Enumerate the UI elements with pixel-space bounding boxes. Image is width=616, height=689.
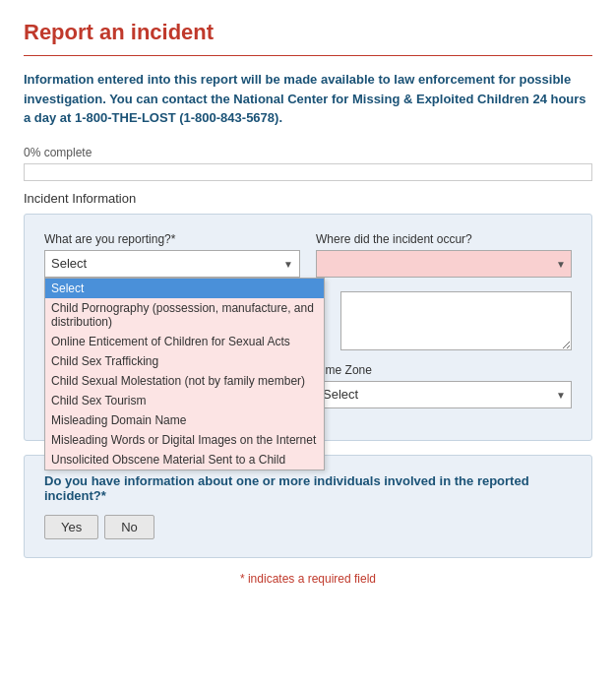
yes-no-group: Yes No — [44, 515, 572, 539]
incident-card: What are you reporting?* Select ▼ Select… — [24, 214, 592, 441]
dropdown-item-misleading-domain[interactable]: Misleading Domain Name — [45, 410, 324, 430]
reporting-label: What are you reporting?* — [44, 232, 300, 246]
location-textarea[interactable] — [340, 291, 572, 350]
dropdown-item-online-enticement[interactable]: Online Enticement of Children for Sexual… — [45, 332, 324, 351]
no-button[interactable]: No — [104, 515, 154, 539]
dropdown-item-unsolicited[interactable]: Unsolicited Obscene Material Sent to a C… — [45, 450, 324, 470]
dropdown-item-child-porn[interactable]: Child Pornography (possession, manufactu… — [45, 298, 324, 332]
individuals-question: Do you have information about one or mor… — [44, 473, 572, 503]
dropdown-item-child-tourism[interactable]: Child Sex Tourism — [45, 391, 324, 410]
dropdown-item-child-molestation[interactable]: Child Sexual Molestation (not by family … — [45, 371, 324, 391]
dropdown-item-child-trafficking[interactable]: Child Sex Trafficking — [45, 351, 324, 371]
where-select[interactable] — [316, 250, 572, 278]
title-divider — [24, 55, 592, 56]
timezone-select-wrapper: Select Eastern Central Mountain Pacific … — [316, 381, 572, 408]
location-desc-group — [340, 291, 572, 353]
reporting-trigger[interactable]: Select ▼ — [44, 250, 300, 278]
timezone-group: Time Zone Select Eastern Central Mountai… — [316, 363, 572, 408]
where-group: Where did the incident occur? ▼ — [316, 232, 572, 278]
dropdown-item-select[interactable]: Select — [45, 279, 324, 298]
progress-label: 0% complete — [24, 146, 592, 159]
reporting-arrow-icon: ▼ — [283, 258, 293, 269]
reporting-trigger-text: Select — [51, 256, 87, 271]
timezone-select[interactable]: Select Eastern Central Mountain Pacific … — [316, 381, 572, 408]
where-label: Where did the incident occur? — [316, 232, 572, 246]
reporting-row: What are you reporting?* Select ▼ Select… — [44, 232, 572, 278]
progress-bar-container — [24, 163, 592, 181]
reporting-dropdown-list: Select Child Pornography (possession, ma… — [44, 278, 325, 470]
yes-button[interactable]: Yes — [44, 515, 98, 539]
where-select-wrapper: ▼ — [316, 250, 572, 278]
reporting-dropdown[interactable]: Select ▼ Select Child Pornography (posse… — [44, 250, 300, 278]
reporting-group: What are you reporting?* Select ▼ Select… — [44, 232, 300, 278]
page-title: Report an incident — [24, 20, 592, 45]
section-label: Incident Information — [24, 191, 592, 206]
timezone-label: Time Zone — [316, 363, 572, 377]
dropdown-item-misleading-words[interactable]: Misleading Words or Digital Images on th… — [45, 430, 324, 450]
info-text: Information entered into this report wil… — [24, 70, 592, 128]
required-note: * indicates a required field — [24, 572, 592, 586]
